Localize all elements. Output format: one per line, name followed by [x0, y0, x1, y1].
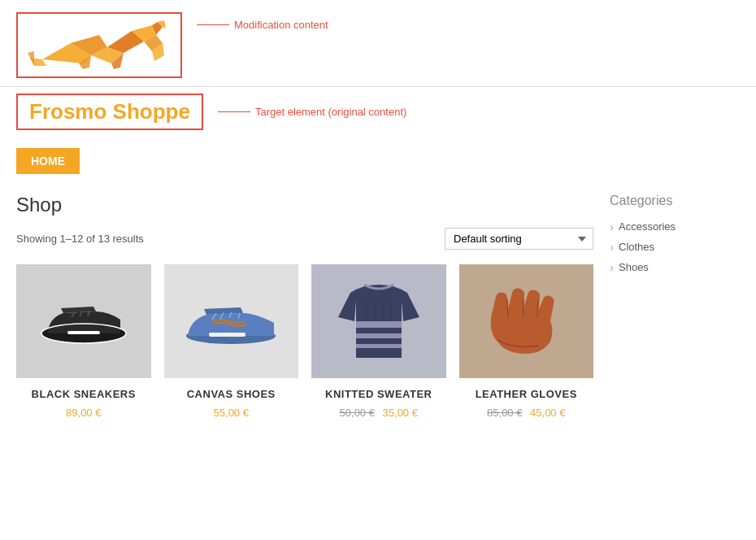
- svg-rect-17: [209, 333, 245, 337]
- price-regular-canvas-shoes: 55,00 €: [214, 407, 249, 419]
- product-name-canvas-shoes: CANVAS SHOES: [164, 388, 299, 400]
- svg-rect-20: [356, 344, 402, 348]
- category-item-shoes[interactable]: Shoes: [610, 260, 740, 274]
- shop-title: Shop: [16, 182, 593, 216]
- product-name-leather-gloves: LEATHER GLOVES: [459, 388, 594, 400]
- sidebar: Categories Accessories Clothes Shoes: [610, 182, 740, 430]
- product-price-leather-gloves: 85,00 € 45,00 €: [459, 407, 594, 419]
- header: Modification content: [0, 0, 756, 87]
- product-name-black-sneakers: BLACK SNEAKERS: [16, 388, 151, 400]
- product-name-knitted-sweater: KNITTED SWEATER: [311, 388, 446, 400]
- sort-select[interactable]: Default sorting Sort by price: low to hi…: [445, 228, 593, 250]
- products-grid: BLACK SNEAKERS 89,00 €: [16, 264, 593, 430]
- svg-rect-18: [356, 321, 402, 328]
- product-image-black-sneakers: [16, 264, 151, 378]
- price-sale-knitted-sweater: 35,00 €: [383, 407, 418, 419]
- home-nav-button[interactable]: HOME: [16, 148, 80, 174]
- product-card-black-sneakers[interactable]: BLACK SNEAKERS 89,00 €: [16, 264, 151, 430]
- logo-box: [16, 12, 182, 78]
- product-card-knitted-sweater[interactable]: KNITTED SWEATER 50,00 € 35,00 €: [311, 264, 446, 430]
- category-item-accessories[interactable]: Accessories: [610, 220, 740, 233]
- product-image-leather-gloves: [459, 264, 594, 378]
- site-title-row: Frosmo Shoppe Target element (original c…: [0, 87, 756, 140]
- price-sale-leather-gloves: 45,00 €: [530, 407, 565, 419]
- canvas-shoes-icon: [178, 289, 284, 354]
- product-image-canvas-shoes: [164, 264, 299, 378]
- site-title-box: Frosmo Shoppe: [16, 94, 203, 130]
- product-card-leather-gloves[interactable]: LEATHER GLOVES 85,00 € 45,00 €: [459, 264, 594, 430]
- sneakers-black-icon: [35, 289, 133, 354]
- category-item-clothes[interactable]: Clothes: [610, 240, 740, 254]
- target-label: Target element (original content): [218, 106, 406, 118]
- shop-area: Shop Showing 1–12 of 13 results Default …: [16, 182, 593, 430]
- navigation: HOME: [0, 140, 756, 182]
- main-layout: Shop Showing 1–12 of 13 results Default …: [0, 182, 756, 430]
- product-card-canvas-shoes[interactable]: CANVAS SHOES 55,00 €: [164, 264, 299, 430]
- product-price-canvas-shoes: 55,00 €: [164, 407, 299, 419]
- price-original-leather-gloves: 85,00 €: [487, 407, 522, 419]
- price-original-knitted-sweater: 50,00 €: [340, 407, 375, 419]
- site-title: Frosmo Shoppe: [29, 99, 190, 124]
- product-image-knitted-sweater: [311, 264, 446, 378]
- category-label-shoes: Shoes: [619, 261, 649, 273]
- logo-image: [26, 19, 172, 72]
- svg-rect-19: [356, 333, 402, 338]
- shop-toolbar: Showing 1–12 of 13 results Default sorti…: [16, 228, 593, 250]
- sweater-icon: [330, 277, 428, 366]
- price-regular-black-sneakers: 89,00 €: [66, 407, 101, 419]
- categories-title: Categories: [610, 194, 740, 208]
- category-label-clothes: Clothes: [619, 241, 654, 253]
- product-price-knitted-sweater: 50,00 € 35,00 €: [311, 407, 446, 419]
- product-price-black-sneakers: 89,00 €: [16, 407, 151, 419]
- gloves-icon: [473, 277, 579, 366]
- category-label-accessories: Accessories: [619, 220, 676, 233]
- svg-rect-14: [67, 331, 100, 334]
- showing-results-text: Showing 1–12 of 13 results: [16, 233, 144, 245]
- target-label-text: Target element (original content): [255, 106, 406, 118]
- modification-label: Modification content: [197, 19, 328, 31]
- svg-marker-8: [28, 51, 34, 66]
- modification-label-text: Modification content: [234, 19, 328, 31]
